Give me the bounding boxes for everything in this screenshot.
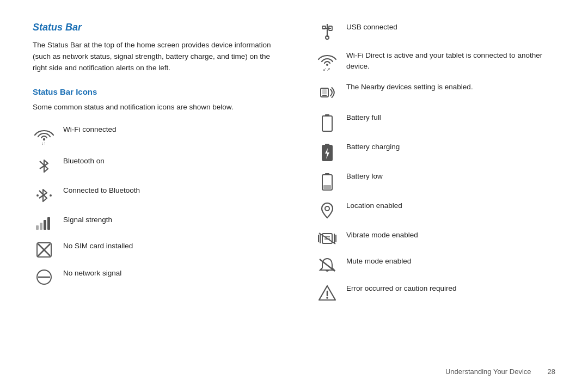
svg-point-3 (50, 194, 52, 197)
svg-rect-29 (325, 173, 329, 175)
error-label: Error occurred or caution required (346, 283, 555, 294)
svg-text:↓↑: ↓↑ (41, 141, 46, 146)
list-item: Location enabled (316, 200, 555, 220)
svg-rect-15 (322, 26, 326, 29)
battery-low-label: Battery low (346, 171, 555, 182)
wifi-direct-icon: ↙↗ (316, 51, 339, 72)
status-bar-description: The Status Bar at the top of the home sc… (33, 40, 272, 74)
page: Status Bar The Status Bar at the top of … (0, 0, 588, 392)
list-item: Error occurred or caution required (316, 283, 555, 302)
list-item: ↓↑ Wi-Fi connected (33, 124, 272, 146)
svg-rect-26 (325, 144, 329, 146)
svg-point-17 (326, 36, 329, 39)
status-bar-title: Status Bar (33, 22, 272, 33)
left-column: Status Bar The Status Bar at the top of … (33, 22, 283, 362)
svg-point-2 (36, 194, 39, 197)
footer-page: 28 (548, 367, 555, 376)
battery-full-icon (316, 113, 339, 132)
left-icons-list: ↓↑ Wi-Fi connected Bluetooth on (33, 124, 272, 285)
list-item: Battery charging (316, 142, 555, 161)
list-item: Battery full (316, 112, 555, 132)
svg-point-31 (325, 206, 329, 211)
vibrate-label: Vibrate mode enabled (346, 230, 555, 241)
footer-text: Understanding Your Device (445, 367, 531, 376)
nearby-devices-label: The Nearby devices setting is enabled. (346, 82, 555, 93)
right-column: USB connected ↙↗ (305, 22, 555, 362)
signal-strength-label: Signal strength (63, 215, 272, 225)
no-sim-label: No SIM card installed (63, 241, 272, 252)
vibrate-icon (316, 231, 339, 246)
list-item: Battery low (316, 171, 555, 191)
svg-text:↙↗: ↙↗ (323, 67, 330, 72)
list-item: Mute mode enabled (316, 256, 555, 273)
svg-rect-6 (44, 220, 46, 230)
list-item: Signal strength (33, 215, 272, 231)
usb-label: USB connected (346, 22, 555, 33)
list-item: Vibrate mode enabled (316, 230, 555, 246)
svg-line-39 (319, 233, 335, 244)
wifi-icon: ↓↑ (33, 125, 56, 146)
svg-rect-23 (322, 116, 332, 131)
battery-charging-icon (316, 143, 339, 161)
list-item: USB connected (316, 22, 555, 40)
svg-rect-21 (322, 89, 327, 94)
mute-icon (316, 257, 339, 273)
no-network-label: No network signal (63, 268, 272, 279)
mute-label: Mute mode enabled (346, 256, 555, 267)
battery-full-label: Battery full (346, 112, 555, 123)
wifi-label: Wi-Fi connected (63, 124, 272, 135)
error-icon (316, 284, 339, 302)
svg-rect-24 (325, 114, 329, 117)
list-item: ↙↗ Wi-Fi Direct is active and your table… (316, 50, 555, 72)
location-icon (316, 201, 339, 220)
bluetooth-icon (33, 157, 56, 175)
svg-rect-4 (36, 225, 39, 230)
icons-intro: Some common status and notification icon… (33, 102, 272, 113)
signal-strength-icon (33, 216, 56, 231)
list-item: Bluetooth on (33, 156, 272, 175)
bluetooth-label: Bluetooth on (63, 156, 272, 167)
content-area: Status Bar The Status Bar at the top of … (33, 22, 555, 362)
battery-low-icon (316, 172, 339, 191)
status-bar-icons-title: Status Bar Icons (33, 87, 272, 96)
svg-rect-22 (322, 95, 327, 96)
no-network-icon (33, 269, 56, 285)
svg-rect-30 (323, 185, 331, 189)
list-item: The Nearby devices setting is enabled. (316, 82, 555, 102)
location-label: Location enabled (346, 200, 555, 211)
list-item: No network signal (33, 268, 272, 285)
wifi-direct-label: Wi-Fi Direct is active and your tablet i… (346, 50, 555, 71)
footer: Understanding Your Device 28 (33, 362, 555, 376)
usb-icon (316, 23, 339, 40)
list-item: Connected to Bluetooth (33, 185, 272, 205)
bluetooth-connected-icon (33, 186, 56, 205)
no-sim-icon (33, 242, 56, 258)
svg-rect-7 (47, 217, 50, 230)
bluetooth-connected-label: Connected to Bluetooth (63, 185, 272, 196)
svg-point-0 (43, 138, 45, 140)
list-item: No SIM card installed (33, 241, 272, 258)
nearby-devices-icon (316, 83, 339, 102)
svg-point-43 (326, 297, 328, 299)
svg-point-18 (326, 64, 328, 66)
battery-charging-label: Battery charging (346, 142, 555, 152)
svg-rect-5 (40, 223, 42, 230)
